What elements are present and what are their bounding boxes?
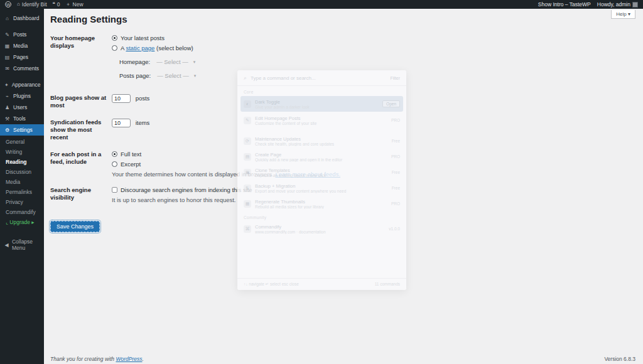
plugins-icon: ⌁ — [4, 94, 10, 99]
collapse-menu-button[interactable]: ◀ Collapse Menu — [0, 236, 44, 254]
menu-separator — [0, 24, 44, 29]
radio-icon[interactable] — [112, 35, 117, 41]
sidebar-item-reading[interactable]: Reading — [0, 157, 44, 167]
palette-item[interactable]: ⌘ Commandify www.commandify.com · docume… — [237, 221, 406, 237]
palette-keyboard-hints: ↑↓ navigate ↵ select esc close — [244, 282, 299, 287]
sidebar-item-settings[interactable]: ⚙ Settings — [0, 124, 44, 136]
palette-item[interactable]: ◐ Dark Toggle Give your admin a darker l… — [240, 96, 403, 112]
command-subtitle: www.commandify.com · documentation — [255, 230, 385, 234]
users-icon: ♟ — [4, 105, 10, 110]
sidebar-item-general[interactable]: General — [0, 137, 44, 147]
home-icon: ⌂ — [17, 2, 20, 7]
comments-menu[interactable]: ❝ 0 — [53, 1, 60, 8]
sidebar-item-upgrade[interactable]: ⌞ Upgrade ▸ — [0, 217, 44, 227]
sidebar-item-label: Users — [13, 104, 27, 110]
command-title: Backup + Migration — [255, 183, 388, 189]
site-name-menu[interactable]: ⌂ Identify Bit — [17, 1, 47, 8]
blog-pages-input[interactable] — [112, 94, 131, 103]
save-changes-button[interactable]: Save Changes — [50, 221, 100, 232]
posts-page-select-label: Posts page: — [119, 72, 151, 79]
posts-page-select[interactable]: — Select — ▾ — [154, 72, 198, 80]
command-icon: ▣ — [244, 169, 251, 176]
palette-item[interactable]: ✎ Edit Homepage Posts Customize the cont… — [237, 112, 406, 128]
static-page-link[interactable]: static page — [126, 45, 154, 51]
main-content: Help ▾ Reading Settings Your homepage di… — [44, 9, 643, 364]
collapse-icon: ◀ — [4, 242, 9, 248]
palette-item[interactable]: ⟳ Maintenance Updates Check site health,… — [237, 133, 406, 149]
sidebar-item-users[interactable]: ♟ Users — [0, 102, 44, 113]
discourage-indexing-checkbox[interactable]: Discourage search engines from indexing … — [112, 186, 252, 193]
menu-separator — [0, 74, 44, 79]
sidebar-item-label: Tools — [13, 115, 26, 122]
sidebar-item-discussion[interactable]: Discussion — [0, 167, 44, 177]
sidebar-item-media-settings[interactable]: Media — [0, 177, 44, 187]
sidebar-item-label: Pages — [13, 54, 28, 60]
dashboard-icon: ⌂ — [4, 16, 10, 21]
checkbox-icon[interactable] — [112, 187, 117, 193]
media-icon: ▦ — [4, 43, 10, 49]
radio-icon[interactable] — [112, 161, 117, 167]
sidebar-item-label: Media — [13, 43, 28, 49]
wordpress-link[interactable]: WordPress — [116, 356, 142, 362]
command-subtitle: Quickly add a new page and open it in th… — [255, 158, 387, 162]
sidebar-item-posts[interactable]: ✎ Posts — [0, 29, 44, 40]
help-button[interactable]: Help ▾ — [611, 10, 635, 19]
sidebar-item-dashboard[interactable]: ⌂ Dashboard — [0, 13, 44, 24]
radio-latest-posts[interactable]: Your latest posts — [112, 35, 198, 41]
palette-section-header: Community — [237, 211, 406, 221]
site-name-label: Identify Bit — [22, 1, 47, 8]
radio-static-page[interactable]: A static page (select below) — [112, 45, 198, 51]
sidebar-item-privacy[interactable]: Privacy — [0, 197, 44, 207]
field-label: Blog pages show at most — [50, 94, 112, 110]
sidebar-item-commandify[interactable]: Commandify — [0, 207, 44, 217]
new-menu[interactable]: ＋ New — [66, 1, 84, 8]
palette-filter-label[interactable]: Filter — [390, 76, 400, 80]
command-title: Clone Templates — [255, 168, 388, 173]
comments-icon: ✉ — [4, 66, 10, 72]
command-badge: Free — [392, 139, 400, 143]
palette-search-input[interactable]: Type a command or search... — [251, 75, 386, 81]
radio-label: Excerpt — [121, 161, 141, 168]
sidebar-item-writing[interactable]: Writing — [0, 147, 44, 157]
command-title: Dark Toggle — [255, 99, 379, 105]
command-badge: Free — [392, 186, 400, 190]
version-label: Version 6.8.3 — [604, 356, 635, 362]
feeds-input[interactable] — [112, 119, 131, 127]
sidebar-item-comments[interactable]: ✉ Comments — [0, 63, 44, 74]
new-label: New — [73, 1, 84, 8]
palette-item[interactable]: ⇅ Backup + Migration Export and move you… — [237, 180, 406, 196]
command-subtitle: Give your admin a darker look — [255, 105, 379, 109]
sidebar-item-permalinks[interactable]: Permalinks — [0, 187, 44, 197]
page-footer: Thank you for creating with WordPress. V… — [50, 356, 635, 362]
show-intro-link[interactable]: Show Intro – TasteWP — [538, 1, 591, 8]
collapse-label: Collapse Menu — [12, 238, 40, 251]
posts-icon: ✎ — [4, 32, 10, 38]
sidebar-item-pages[interactable]: ▤ Pages — [0, 51, 44, 63]
command-title: Maintenance Updates — [255, 136, 388, 142]
homepage-select[interactable]: — Select — ▾ — [154, 58, 198, 66]
palette-item[interactable]: ▣ Clone Templates Duplicate an existing … — [237, 164, 406, 180]
account-menu[interactable]: Howdy, admin — [597, 1, 638, 8]
avatar — [632, 2, 638, 8]
plus-icon: ＋ — [66, 2, 71, 7]
command-subtitle: Duplicate an existing layout in one clic… — [255, 173, 388, 178]
command-icon: ⌘ — [244, 225, 251, 233]
command-subtitle: Customize the content of your site — [255, 121, 387, 126]
radio-label: Your latest posts — [121, 35, 165, 41]
wordpress-logo-icon[interactable]: W — [5, 1, 11, 8]
palette-item[interactable]: ▤ Create Page Quickly add a new page and… — [237, 149, 406, 164]
palette-item[interactable]: ▦ Regenerate Thumbnails Rebuild all medi… — [237, 196, 406, 211]
settings-icon: ⚙ — [4, 127, 10, 133]
command-icon: ✎ — [244, 117, 251, 124]
sidebar-item-plugins[interactable]: ⌁ Plugins — [0, 90, 44, 102]
settings-submenu: General Writing Reading Discussion Media… — [0, 136, 44, 230]
sidebar-item-tools[interactable]: ⚒ Tools — [0, 113, 44, 124]
sidebar-item-media[interactable]: ▦ Media — [0, 40, 44, 51]
palette-command-count: 11 commands — [375, 282, 400, 287]
page-title: Reading Settings — [50, 14, 637, 24]
sidebar-item-appearance[interactable]: ✦ Appearance — [0, 79, 44, 90]
palette-search-bar[interactable]: ⌕ Type a command or search... Filter — [237, 70, 406, 86]
command-badge[interactable]: Open — [382, 100, 400, 107]
radio-icon[interactable] — [112, 151, 117, 157]
radio-icon[interactable] — [112, 45, 117, 51]
